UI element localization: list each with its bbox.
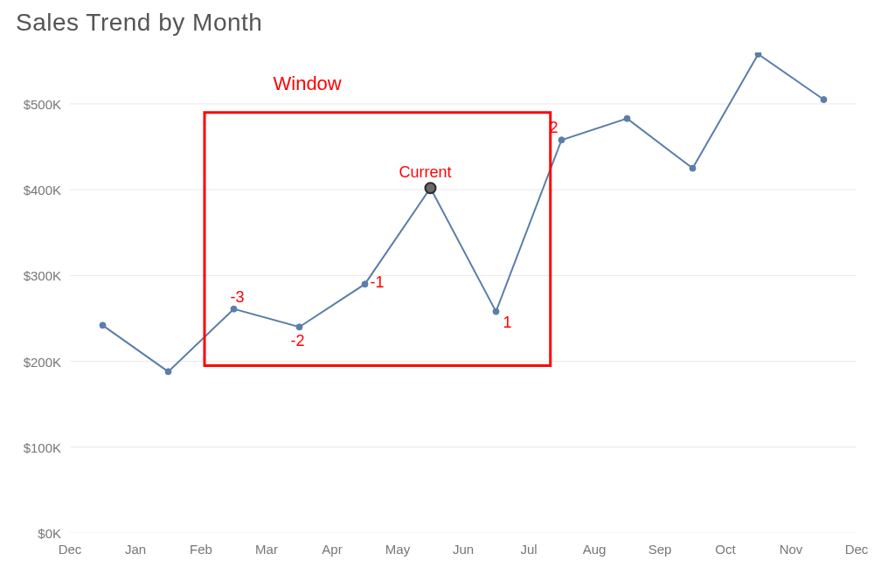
annotation-window-label: Window xyxy=(274,73,342,95)
annotation-offset-minus3: -3 xyxy=(231,288,245,307)
data-point xyxy=(362,281,368,287)
data-point xyxy=(690,165,696,171)
annotation-offset-minus2: -2 xyxy=(291,332,305,350)
data-point xyxy=(165,369,171,375)
x-axis-tick-label: Mar xyxy=(255,542,278,557)
data-point xyxy=(296,324,302,330)
x-axis-tick-label: Nov xyxy=(780,542,803,557)
line-series xyxy=(103,54,824,371)
x-axis-tick-label: Jun xyxy=(453,542,474,557)
data-point xyxy=(558,137,565,143)
annotation-window-box xyxy=(205,113,551,366)
x-axis-tick-label: Oct xyxy=(715,542,735,557)
chart-plot-area: Window Current -3 -2 -1 1 2 $0K$100K$200… xyxy=(70,52,857,533)
data-point xyxy=(755,52,761,57)
y-axis-tick-label: $100K xyxy=(24,439,61,454)
annotation-offset-minus1: -1 xyxy=(371,273,385,292)
x-axis-tick-label: Aug xyxy=(583,542,607,557)
data-point xyxy=(231,306,237,312)
x-axis-tick-label: Dec xyxy=(845,542,869,557)
data-point xyxy=(100,322,106,329)
annotation-offset-plus2: 2 xyxy=(550,119,558,137)
data-point xyxy=(493,308,499,315)
x-axis-tick-label: Sep xyxy=(649,542,672,557)
data-point-current xyxy=(426,183,436,193)
x-axis-tick-label: Jul xyxy=(520,542,537,557)
x-axis-tick-label: Feb xyxy=(190,542,212,557)
x-axis-tick-label: Jan xyxy=(125,542,146,557)
y-axis-tick-label: $300K xyxy=(24,268,61,283)
y-axis-tick-label: $200K xyxy=(24,354,61,369)
y-axis-tick-label: $400K xyxy=(24,183,61,197)
chart-svg xyxy=(70,52,857,533)
data-point xyxy=(821,97,827,103)
x-axis-tick-label: Apr xyxy=(322,542,342,557)
annotation-current-label: Current xyxy=(399,163,452,182)
x-axis-tick-label: Dec xyxy=(59,542,82,557)
data-point xyxy=(624,115,630,121)
chart-title: Sales Trend by Month xyxy=(16,9,262,37)
x-axis-tick-label: May xyxy=(385,542,410,557)
annotation-offset-plus1: 1 xyxy=(503,314,512,332)
y-axis-tick-label: $500K xyxy=(24,96,61,111)
y-axis-tick-label: $0K xyxy=(38,526,61,541)
